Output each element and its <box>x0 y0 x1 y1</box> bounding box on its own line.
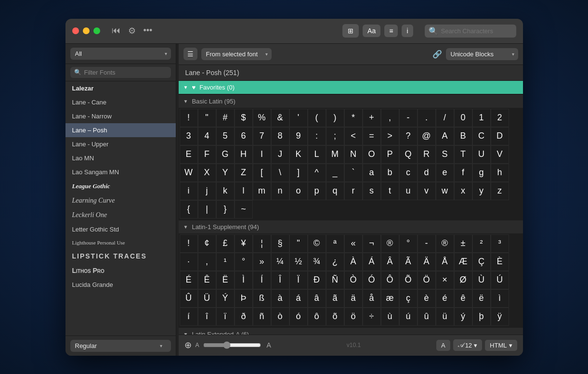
char-cell[interactable]: } <box>216 200 235 219</box>
font-item[interactable]: Lalezar <box>65 81 176 95</box>
char-cell[interactable]: / <box>436 109 454 127</box>
font-item-selected[interactable]: Lane – Posh <box>65 123 176 137</box>
list-view-button[interactable]: ☰ <box>183 48 197 60</box>
char-cell[interactable]: M <box>326 145 344 164</box>
char-cell[interactable]: £ <box>216 234 235 253</box>
char-cell[interactable]: ñ <box>253 308 271 326</box>
font-style-button[interactable]: A <box>436 340 450 351</box>
minimize-button[interactable] <box>83 27 90 34</box>
char-cell[interactable]: ð <box>235 308 253 326</box>
char-cell[interactable]: î <box>198 308 216 326</box>
char-cell[interactable]: Ô <box>381 271 399 289</box>
filter-fonts-input[interactable] <box>84 69 167 76</box>
char-cell[interactable]: T <box>454 145 472 164</box>
char-cell[interactable]: Ì <box>235 271 253 289</box>
char-cell[interactable]: l <box>235 182 253 200</box>
char-cell[interactable]: ï <box>216 308 235 326</box>
font-item[interactable]: League Gothic <box>65 179 176 193</box>
char-cell[interactable]: Î <box>271 271 289 289</box>
char-cell[interactable]: + <box>363 109 381 127</box>
char-cell[interactable]: · <box>180 253 198 271</box>
char-cell[interactable]: ~ <box>235 200 253 219</box>
char-cell[interactable]: - <box>418 234 436 253</box>
char-cell[interactable]: ! <box>180 109 198 127</box>
char-cell[interactable]: | <box>198 200 216 219</box>
char-cell[interactable]: ¥ <box>235 234 253 253</box>
char-cell[interactable]: H <box>235 145 253 164</box>
char-cell[interactable]: ì <box>491 289 509 308</box>
char-cell[interactable]: u <box>399 182 418 200</box>
char-cell[interactable]: é <box>436 289 454 308</box>
char-cell[interactable]: ú <box>399 308 418 326</box>
char-cell[interactable]: ? <box>399 127 418 145</box>
char-cell[interactable]: ² <box>472 234 491 253</box>
char-cell[interactable]: ` <box>344 164 363 182</box>
char-cell[interactable]: ' <box>289 109 308 127</box>
char-cell[interactable]: : <box>308 127 326 145</box>
char-cell[interactable]: d <box>418 164 436 182</box>
char-cell[interactable]: â <box>308 289 326 308</box>
font-item[interactable]: Lane - Upper <box>65 137 176 151</box>
char-cell[interactable]: Ï <box>289 271 308 289</box>
char-cell[interactable]: Ø <box>454 271 472 289</box>
char-cell[interactable]: Ò <box>344 271 363 289</box>
char-cell[interactable]: ã <box>326 289 344 308</box>
char-cell[interactable]: á <box>289 289 308 308</box>
char-cell[interactable]: ö <box>344 308 363 326</box>
char-cell[interactable]: " <box>289 234 308 253</box>
char-cell[interactable]: Z <box>235 164 253 182</box>
char-cell[interactable]: " <box>198 109 216 127</box>
char-cell[interactable]: õ <box>326 308 344 326</box>
char-cell[interactable]: Ä <box>418 253 436 271</box>
char-cell[interactable]: Ö <box>418 271 436 289</box>
latin-ext-a-header[interactable]: ▼ Latin Extended-A (6) <box>179 328 523 335</box>
char-cell[interactable]: ³ <box>491 234 509 253</box>
char-cell[interactable]: Ð <box>308 271 326 289</box>
source-select[interactable]: From selected font <box>201 48 272 60</box>
latin1-header[interactable]: ▼ Latin-1 Supplement (94) <box>179 220 523 233</box>
char-cell[interactable]: * <box>344 109 363 127</box>
char-cell[interactable]: » <box>253 253 271 271</box>
char-cell[interactable]: ò <box>271 308 289 326</box>
char-cell[interactable]: Ú <box>491 271 509 289</box>
char-cell[interactable]: ] <box>289 164 308 182</box>
char-cell[interactable]: ª <box>326 234 344 253</box>
font-item[interactable]: Lane - Narrow <box>65 109 176 123</box>
char-cell[interactable]: @ <box>418 127 436 145</box>
char-cell[interactable]: O <box>363 145 381 164</box>
char-cell[interactable]: 9 <box>289 127 308 145</box>
char-cell[interactable]: ° <box>235 253 253 271</box>
font-item[interactable]: Lithos Pro <box>65 263 176 278</box>
char-cell[interactable]: [ <box>253 164 271 182</box>
char-cell[interactable]: , <box>198 253 216 271</box>
char-cell[interactable]: e <box>436 164 454 182</box>
char-cell[interactable]: D <box>491 127 509 145</box>
back-icon[interactable]: ⏮ <box>112 26 120 36</box>
char-cell[interactable]: ¾ <box>308 253 326 271</box>
char-cell[interactable]: ä <box>344 289 363 308</box>
char-cell[interactable]: z <box>491 182 509 200</box>
char-cell[interactable]: 2 <box>491 109 509 127</box>
char-cell[interactable]: > <box>381 127 399 145</box>
char-cell[interactable]: % <box>253 109 271 127</box>
char-cell[interactable]: ¼ <box>271 253 289 271</box>
char-cell[interactable]: Ã <box>399 253 418 271</box>
char-cell[interactable]: è <box>418 289 436 308</box>
char-cell[interactable]: E <box>180 145 198 164</box>
category-select[interactable]: All <box>70 48 171 60</box>
char-cell[interactable]: J <box>271 145 289 164</box>
char-cell[interactable]: , <box>381 109 399 127</box>
char-cell[interactable]: Ù <box>472 271 491 289</box>
char-cell[interactable]: Þ <box>235 289 253 308</box>
char-cell[interactable]: ! <box>180 234 198 253</box>
more-icon[interactable]: ••• <box>144 26 153 36</box>
char-cell[interactable]: b <box>381 164 399 182</box>
char-cell[interactable]: å <box>363 289 381 308</box>
font-item[interactable]: Lane - Cane <box>65 95 176 109</box>
char-cell[interactable]: 5 <box>216 127 235 145</box>
grid-view-button[interactable]: ⊞ <box>342 24 359 38</box>
favorites-header[interactable]: ▼ ♥ Favorites (0) <box>179 81 523 94</box>
char-cell[interactable]: ¬ <box>363 234 381 253</box>
char-cell[interactable]: Ó <box>363 271 381 289</box>
search-input[interactable] <box>441 27 509 35</box>
